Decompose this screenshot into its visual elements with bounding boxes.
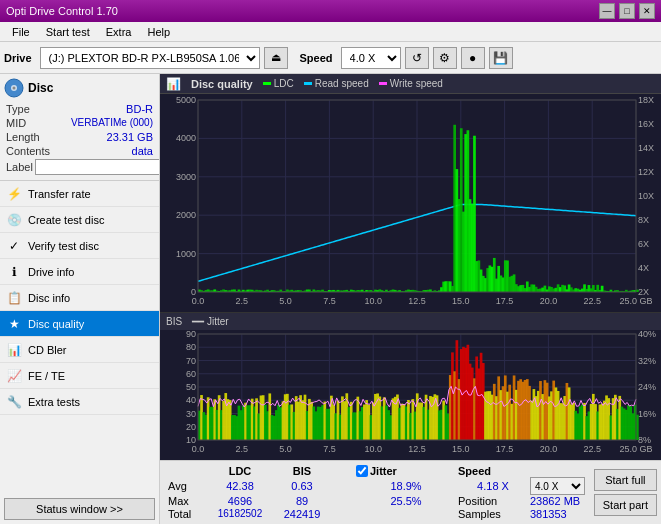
nav-extra-tests[interactable]: 🔧 Extra tests: [0, 389, 159, 415]
disc-header: Disc: [4, 78, 155, 98]
disc-length-value: 23.31 GB: [107, 131, 153, 143]
label-row: Label ✎: [4, 158, 155, 176]
speed-label: Speed: [300, 52, 333, 64]
stats-grid: LDC BIS Jitter Speed Avg 42.38 0.63 18.9…: [160, 461, 590, 524]
maximize-button[interactable]: □: [619, 3, 635, 19]
write-speed-color: [379, 82, 387, 85]
disc-icon: [4, 78, 24, 98]
drive-info-label: Drive info: [28, 266, 74, 278]
avg-bis: 0.63: [272, 480, 332, 492]
ldc-label: LDC: [274, 78, 294, 89]
menubar: File Start test Extra Help: [0, 22, 661, 42]
cd-bler-label: CD Bler: [28, 344, 67, 356]
disc-length-row: Length 23.31 GB: [4, 130, 155, 144]
start-full-button[interactable]: Start full: [594, 469, 657, 491]
max-jitter: 25.5%: [356, 495, 456, 507]
nav-fe-te[interactable]: 📈 FE / TE: [0, 363, 159, 389]
extra-tests-label: Extra tests: [28, 396, 80, 408]
menu-extra[interactable]: Extra: [98, 24, 140, 40]
nav-disc-quality[interactable]: ★ Disc quality: [0, 311, 159, 337]
disc-type-value: BD-R: [126, 103, 153, 115]
settings-button[interactable]: ⚙: [433, 47, 457, 69]
ldc-color: [263, 82, 271, 85]
disc-info-icon: 📋: [6, 290, 22, 306]
legend-ldc: LDC: [263, 78, 294, 89]
stats-total-row: Total 16182502 242419 Samples 381353: [168, 508, 582, 520]
stats-header-row: LDC BIS Jitter Speed: [168, 465, 582, 477]
chart-title: Disc quality: [191, 78, 253, 90]
lower-chart-area: BIS ━━ Jitter: [160, 312, 661, 460]
verify-test-disc-icon: ✓: [6, 238, 22, 254]
fe-te-icon: 📈: [6, 368, 22, 384]
minimize-button[interactable]: —: [599, 3, 615, 19]
close-button[interactable]: ✕: [639, 3, 655, 19]
position-label: Position: [458, 495, 528, 507]
chart-header: 📊 Disc quality LDC Read speed Write spee…: [160, 74, 661, 94]
verify-test-disc-label: Verify test disc: [28, 240, 99, 252]
titlebar-controls: — □ ✕: [599, 3, 655, 19]
drive-select[interactable]: (J:) PLEXTOR BD-R PX-LB950SA 1.06: [40, 47, 260, 69]
max-bis: 89: [272, 495, 332, 507]
drive-toolbar: Drive (J:) PLEXTOR BD-R PX-LB950SA 1.06 …: [0, 42, 661, 74]
disc-mid-value: VERBATIMe (000): [71, 117, 153, 129]
disc-quality-icon: ★: [6, 316, 22, 332]
stats-bar: LDC BIS Jitter Speed Avg 42.38 0.63 18.9…: [160, 460, 661, 524]
menu-file[interactable]: File: [4, 24, 38, 40]
total-ldc: 16182502: [210, 508, 270, 519]
nav-disc-info[interactable]: 📋 Disc info: [0, 285, 159, 311]
menu-help[interactable]: Help: [139, 24, 178, 40]
disc-contents-row: Contents data: [4, 144, 155, 158]
disc-contents-label: Contents: [6, 145, 50, 157]
jitter-checkbox[interactable]: [356, 465, 368, 477]
jitter-label: ━━ Jitter: [192, 316, 228, 327]
disc-mid-row: MID VERBATIMe (000): [4, 116, 155, 130]
bis-label: BIS: [166, 316, 182, 327]
nav-cd-bler[interactable]: 📊 CD Bler: [0, 337, 159, 363]
disc-info-label: Disc info: [28, 292, 70, 304]
label-input[interactable]: [35, 159, 160, 175]
avg-jitter: 18.9%: [356, 480, 456, 492]
start-part-button[interactable]: Start part: [594, 494, 657, 516]
disc-mid-label: MID: [6, 117, 26, 129]
create-test-disc-icon: 💿: [6, 212, 22, 228]
total-label: Total: [168, 508, 208, 520]
charts-area: BIS ━━ Jitter: [160, 94, 661, 460]
disc-title: Disc: [28, 81, 53, 95]
total-bis: 242419: [272, 508, 332, 520]
read-speed-color: [304, 82, 312, 85]
ldc-header: LDC: [210, 465, 270, 477]
jitter-checkbox-row: Jitter: [356, 465, 456, 477]
nav-transfer-rate[interactable]: ⚡ Transfer rate: [0, 181, 159, 207]
extra-tests-icon: 🔧: [6, 394, 22, 410]
titlebar: Opti Drive Control 1.70 — □ ✕: [0, 0, 661, 22]
disc-type-row: Type BD-R: [4, 102, 155, 116]
cd-bler-icon: 📊: [6, 342, 22, 358]
stats-buttons: Start full Start part: [590, 461, 661, 524]
avg-speed: 4.18 X: [458, 480, 528, 492]
lower-chart-labels: BIS ━━ Jitter: [160, 312, 661, 330]
jitter-header: Jitter: [370, 465, 397, 477]
upper-chart: [160, 94, 661, 312]
menu-start-test[interactable]: Start test: [38, 24, 98, 40]
eject-button[interactable]: ⏏: [264, 47, 288, 69]
lower-chart: [160, 330, 661, 460]
nav-verify-test-disc[interactable]: ✓ Verify test disc: [0, 233, 159, 259]
label-label: Label: [6, 161, 33, 173]
record-button[interactable]: ●: [461, 47, 485, 69]
disc-section: Disc Type BD-R MID VERBATIMe (000) Lengt…: [0, 74, 159, 181]
disc-type-label: Type: [6, 103, 30, 115]
save-button[interactable]: 💾: [489, 47, 513, 69]
nav-drive-info[interactable]: ℹ Drive info: [0, 259, 159, 285]
max-label: Max: [168, 495, 208, 507]
refresh-button[interactable]: ↺: [405, 47, 429, 69]
legend-read-speed: Read speed: [304, 78, 369, 89]
status-window-button[interactable]: Status window >>: [4, 498, 155, 520]
nav-create-test-disc[interactable]: 💿 Create test disc: [0, 207, 159, 233]
max-ldc: 4696: [210, 495, 270, 507]
speed-select-stats[interactable]: 4.0 X: [530, 477, 585, 495]
speed-header: Speed: [458, 465, 528, 477]
svg-point-2: [13, 87, 16, 90]
stats-avg-row: Avg 42.38 0.63 18.9% 4.18 X 4.0 X: [168, 477, 582, 495]
drive-info-icon: ℹ: [6, 264, 22, 280]
speed-select[interactable]: 4.0 X: [341, 47, 401, 69]
